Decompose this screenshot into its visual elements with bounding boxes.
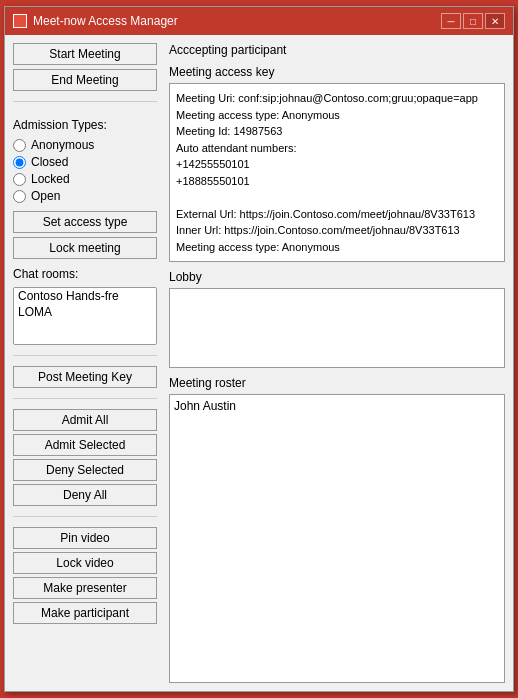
set-access-type-button[interactable]: Set access type [13,211,157,233]
video-section: Pin video Lock video Make presenter Make… [13,527,157,624]
radio-anonymous[interactable]: Anonymous [13,138,157,152]
roster-box: John Austin [169,394,505,683]
meeting-uri-line: Meeting Uri: conf:sip:johnau@Contoso.com… [176,90,498,107]
lock-meeting-button[interactable]: Lock meeting [13,237,157,259]
spacer-line [176,189,498,206]
left-panel: Start Meeting End Meeting Admission Type… [5,35,165,691]
divider-2 [13,355,157,356]
radio-closed[interactable]: Closed [13,155,157,169]
meeting-access-key-label: Meeting access key [169,65,505,79]
chat-rooms-label: Chat rooms: [13,267,157,281]
title-bar: Meet-now Access Manager ─ □ ✕ [5,7,513,35]
divider-4 [13,516,157,517]
radio-closed-input[interactable] [13,156,26,169]
deny-selected-button[interactable]: Deny Selected [13,459,157,481]
external-url-line: External Url: https://join.Contoso.com/m… [176,206,498,223]
lobby-box [169,288,505,368]
make-presenter-button[interactable]: Make presenter [13,577,157,599]
accepting-participant-text: Acccepting participant [169,43,505,57]
restore-button[interactable]: □ [463,13,483,29]
auto-attendant-number2: +18885550101 [176,173,498,190]
main-window: Meet-now Access Manager ─ □ ✕ Start Meet… [4,6,514,692]
close-button[interactable]: ✕ [485,13,505,29]
title-bar-left: Meet-now Access Manager [13,14,178,28]
roster-item-john-austin: John Austin [174,399,500,413]
radio-locked-input[interactable] [13,173,26,186]
app-icon [13,14,27,28]
title-bar-controls: ─ □ ✕ [441,13,505,29]
meeting-access-key-section: Meeting access key Meeting Uri: conf:sip… [169,65,505,262]
lobby-section: Lobby [169,270,505,368]
roster-label: Meeting roster [169,376,505,390]
meeting-id-line: Meeting Id: 14987563 [176,123,498,140]
radio-open-input[interactable] [13,190,26,203]
pin-video-button[interactable]: Pin video [13,527,157,549]
chat-room-option-2[interactable]: LOMA [14,304,156,320]
deny-all-button[interactable]: Deny All [13,484,157,506]
right-panel: Acccepting participant Meeting access ke… [165,35,513,691]
admit-deny-section: Admit All Admit Selected Deny Selected D… [13,409,157,506]
lobby-label: Lobby [169,270,505,284]
radio-open[interactable]: Open [13,189,157,203]
roster-section: Meeting roster John Austin [169,376,505,683]
chat-room-option-1[interactable]: Contoso Hands-fre [14,288,156,304]
admission-radio-group: Anonymous Closed Locked Open [13,138,157,203]
radio-locked-label: Locked [31,172,70,186]
inner-url-line: Inner Url: https://join.Contoso.com/meet… [176,222,498,239]
radio-anonymous-label: Anonymous [31,138,94,152]
make-participant-button[interactable]: Make participant [13,602,157,624]
lock-video-button[interactable]: Lock video [13,552,157,574]
admit-selected-button[interactable]: Admit Selected [13,434,157,456]
access-type-bottom-line: Meeting access type: Anonymous [176,239,498,256]
divider-1 [13,101,157,102]
radio-open-label: Open [31,189,60,203]
chat-rooms-listbox[interactable]: Contoso Hands-fre LOMA [13,287,157,345]
main-content: Start Meeting End Meeting Admission Type… [5,35,513,691]
auto-attendant-label-line: Auto attendant numbers: [176,140,498,157]
admission-types-label: Admission Types: [13,118,157,132]
meeting-access-type-line: Meeting access type: Anonymous [176,107,498,124]
radio-closed-label: Closed [31,155,68,169]
window-title: Meet-now Access Manager [33,14,178,28]
post-meeting-key-button[interactable]: Post Meeting Key [13,366,157,388]
auto-attendant-number1: +14255550101 [176,156,498,173]
radio-locked[interactable]: Locked [13,172,157,186]
radio-anonymous-input[interactable] [13,139,26,152]
divider-3 [13,398,157,399]
minimize-button[interactable]: ─ [441,13,461,29]
start-meeting-button[interactable]: Start Meeting [13,43,157,65]
admit-all-button[interactable]: Admit All [13,409,157,431]
end-meeting-button[interactable]: End Meeting [13,69,157,91]
meeting-info-box: Meeting Uri: conf:sip:johnau@Contoso.com… [169,83,505,262]
